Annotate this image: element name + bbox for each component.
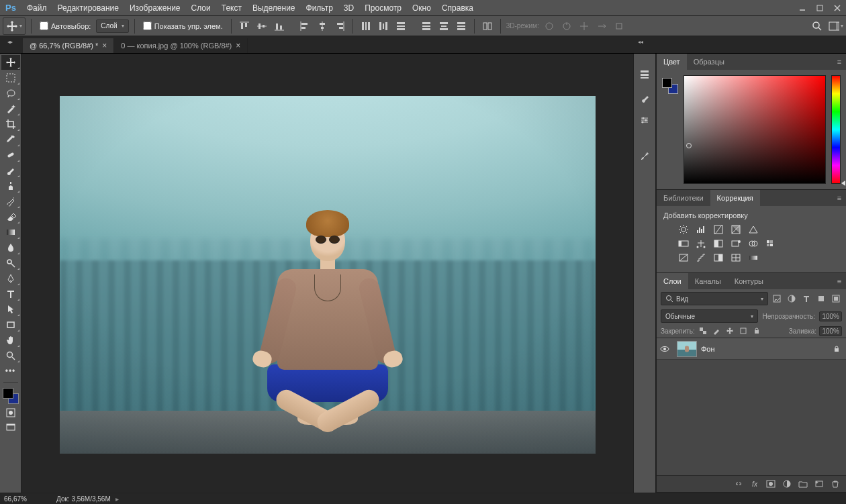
delete-layer-button[interactable] xyxy=(830,478,841,489)
adj-hue-icon[interactable] xyxy=(677,238,690,250)
tool-brush[interactable] xyxy=(1,163,20,178)
link-layers-button[interactable] xyxy=(733,478,744,489)
adj-gradient-map-icon[interactable] xyxy=(747,252,760,264)
menu-type[interactable]: Текст xyxy=(216,0,247,16)
adj-brightness-icon[interactable] xyxy=(677,223,690,236)
align-top-edges-button[interactable] xyxy=(237,19,252,34)
layer-filter-kind-select[interactable]: Вид ▾ xyxy=(661,292,768,305)
blend-mode-select[interactable]: Обычные▾ xyxy=(661,309,758,323)
tab-layers[interactable]: Слои xyxy=(657,273,688,289)
window-minimize-button[interactable] xyxy=(794,0,811,16)
new-layer-button[interactable] xyxy=(814,478,825,489)
tool-dodge[interactable] xyxy=(1,256,20,270)
tool-move[interactable] xyxy=(1,55,20,70)
tool-magic-wand[interactable] xyxy=(1,101,20,116)
3d-roll-button[interactable] xyxy=(559,19,574,34)
align-bottom-edges-button[interactable] xyxy=(272,19,287,34)
color-swatches[interactable] xyxy=(1,387,20,405)
lock-artboard-button[interactable] xyxy=(738,325,749,336)
layer-name[interactable]: Фон xyxy=(701,345,715,353)
adj-color-lookup-icon[interactable] xyxy=(764,238,778,250)
current-tool-indicator[interactable]: ▾ xyxy=(3,17,26,35)
adj-exposure-icon[interactable] xyxy=(729,223,743,236)
tool-path-select[interactable] xyxy=(1,302,20,317)
layers-list[interactable]: Фон xyxy=(657,338,846,476)
tool-zoom[interactable] xyxy=(1,348,20,363)
document-canvas[interactable] xyxy=(60,96,596,454)
distribute-vcenter-button[interactable] xyxy=(376,19,391,34)
filter-adjust-icon[interactable] xyxy=(786,293,798,305)
minidock-expand-handle[interactable]: ◂◂ xyxy=(638,39,643,45)
align-horizontal-centers-button[interactable] xyxy=(315,19,330,34)
new-adjustment-layer-button[interactable] xyxy=(782,478,792,489)
tool-history-brush[interactable] xyxy=(1,194,20,209)
filter-smart-icon[interactable] xyxy=(830,293,842,305)
tool-hand[interactable] xyxy=(1,333,20,348)
panel-menu-button[interactable]: ≡ xyxy=(833,58,846,66)
distribute-top-button[interactable] xyxy=(359,19,373,34)
tool-rectangle[interactable] xyxy=(1,317,20,332)
lock-transparency-button[interactable] xyxy=(698,325,708,336)
autoselect-input[interactable] xyxy=(40,21,48,30)
tool-blur[interactable] xyxy=(1,240,20,255)
window-maximize-button[interactable] xyxy=(811,0,829,16)
menu-window[interactable]: Окно xyxy=(407,0,436,16)
3d-pan-button[interactable] xyxy=(577,19,592,34)
align-left-edges-button[interactable] xyxy=(297,19,312,34)
close-icon[interactable]: × xyxy=(236,42,240,50)
distribute-bottom-button[interactable] xyxy=(393,19,408,34)
tool-rect-marquee[interactable] xyxy=(1,70,20,85)
autoselect-checkbox[interactable]: Автовыбор: xyxy=(37,21,93,30)
adj-bw-icon[interactable] xyxy=(712,238,725,250)
tool-eyedropper[interactable] xyxy=(1,132,20,147)
adj-color-balance-icon[interactable] xyxy=(694,238,708,250)
document-tab-active[interactable]: @ 66,7% (RGB/8#) * × xyxy=(23,38,114,53)
distribute-right-button[interactable] xyxy=(454,19,469,34)
menu-help[interactable]: Справка xyxy=(436,0,479,16)
tool-more[interactable]: ••• xyxy=(1,364,20,379)
lock-all-button[interactable] xyxy=(751,325,762,336)
lock-image-button[interactable] xyxy=(711,325,722,336)
menu-filter[interactable]: Фильтр xyxy=(301,0,338,16)
filter-shape-icon[interactable] xyxy=(815,293,827,305)
window-close-button[interactable] xyxy=(829,0,846,16)
menu-3d[interactable]: 3D xyxy=(338,0,359,16)
hue-slider-handle[interactable] xyxy=(841,181,845,186)
visibility-toggle[interactable] xyxy=(657,344,673,354)
workspace-switcher-button[interactable]: ▾ xyxy=(829,19,843,34)
tool-eraser[interactable] xyxy=(1,209,20,224)
foreground-color-swatch[interactable] xyxy=(3,388,13,399)
zoom-level[interactable]: 66,67% xyxy=(4,495,40,503)
fill-value-input[interactable]: 100% xyxy=(819,326,842,336)
add-mask-button[interactable] xyxy=(765,478,776,489)
layer-thumbnail[interactable] xyxy=(677,341,697,357)
document-tab[interactable]: 0 — копия.jpg @ 100% (RGB/8#) × xyxy=(114,38,248,53)
adj-levels-icon[interactable] xyxy=(694,223,708,236)
align-right-edges-button[interactable] xyxy=(332,19,347,34)
tool-clone[interactable] xyxy=(1,179,20,193)
search-button[interactable] xyxy=(810,19,825,34)
layer-fx-button[interactable]: fx xyxy=(749,478,760,489)
tab-libraries[interactable]: Библиотеки xyxy=(657,190,710,206)
3d-slide-button[interactable] xyxy=(594,19,609,34)
filter-type-icon[interactable] xyxy=(800,293,812,305)
properties-panel-icon[interactable] xyxy=(636,148,653,165)
adj-vibrance-icon[interactable] xyxy=(747,223,760,236)
foreground-color-swatch[interactable] xyxy=(662,78,672,88)
distribute-left-button[interactable] xyxy=(419,19,434,34)
panel-menu-button[interactable]: ≡ xyxy=(833,194,846,202)
adj-curves-icon[interactable] xyxy=(712,223,725,236)
menu-layers[interactable]: Слои xyxy=(186,0,216,16)
tool-type[interactable] xyxy=(1,287,20,301)
adjust-panel-icon[interactable] xyxy=(636,111,653,129)
autoselect-kind-select[interactable]: Слой ▾ xyxy=(96,19,128,33)
adj-posterize-icon[interactable] xyxy=(694,252,708,264)
menu-edit[interactable]: Редактирование xyxy=(52,0,124,16)
auto-align-button[interactable] xyxy=(480,19,495,34)
menu-file[interactable]: Файл xyxy=(21,0,52,16)
hue-slider[interactable] xyxy=(831,75,841,184)
tool-gradient[interactable] xyxy=(1,225,20,240)
color-picker-cursor[interactable] xyxy=(686,143,692,148)
brush-settings-panel-icon[interactable] xyxy=(636,89,653,106)
color-mini-swatches[interactable] xyxy=(662,78,678,94)
